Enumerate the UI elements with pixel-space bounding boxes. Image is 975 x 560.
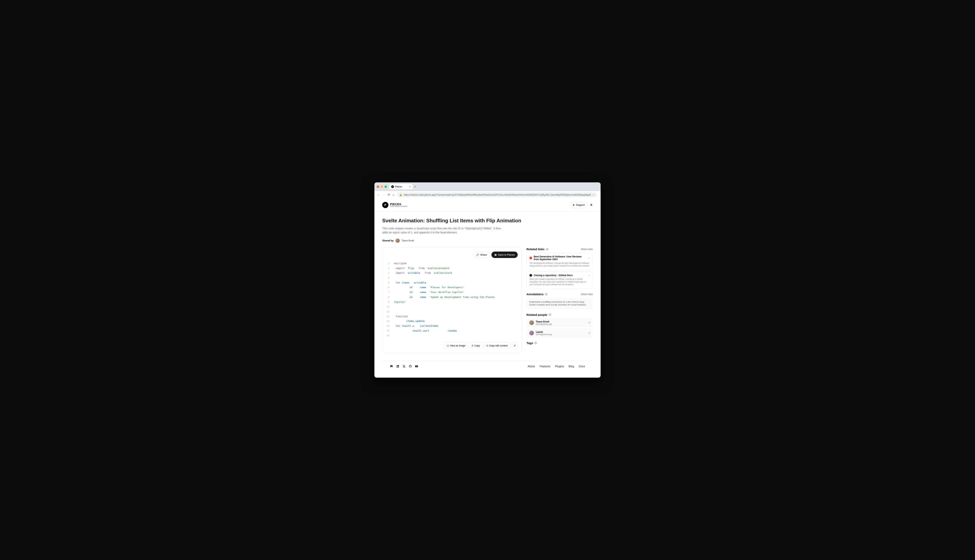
copy-context-icon: ⎘ — [487, 344, 488, 347]
link-description: Top Generative AI Software. Choose the r… — [529, 262, 590, 267]
linkedin-icon[interactable] — [396, 365, 400, 368]
logo-icon: P — [382, 202, 388, 208]
save-icon: ▣ — [494, 253, 497, 256]
line-number: 1 — [386, 261, 394, 266]
link-card[interactable]: Best Generative AI Software: User Review… — [527, 253, 593, 270]
app-header: P PIECES FOR DEVELOPERS ⊕ Support ☀ — [375, 198, 600, 212]
share-label: Share — [480, 253, 487, 256]
main: Svelte Animation: Shuffling List Items w… — [375, 212, 600, 378]
line-content: <script> — [394, 261, 406, 266]
code-line: 16 — [386, 333, 518, 338]
copy-button[interactable]: ⎘ Copy — [469, 342, 482, 349]
maximize-window-button[interactable] — [385, 185, 387, 188]
view-image-label: View as Image — [450, 344, 465, 347]
annotations-section: Annotations i Show more Implements a shu… — [527, 292, 593, 309]
info-icon[interactable]: i — [546, 248, 549, 251]
line-number: 8 — [386, 295, 394, 300]
minimize-window-button[interactable] — [381, 185, 383, 188]
browser-menu-button[interactable]: ⋮ — [599, 193, 600, 197]
link-title: Best Generative AI Software: User Review… — [534, 255, 587, 261]
social-links — [390, 365, 418, 368]
logo[interactable]: P PIECES FOR DEVELOPERS — [382, 202, 408, 208]
view-as-image-button[interactable]: ▢ View as Image — [444, 342, 468, 349]
person-email: laurin@pieces.app — [536, 333, 587, 335]
nav-reload-button[interactable]: ⟳ — [388, 193, 390, 197]
logo-title: PIECES — [390, 203, 408, 205]
external-link-icon: ↗ — [588, 274, 590, 277]
code-line: 2 import flip from 'svelte/animate' — [386, 266, 518, 271]
content-grid: 🔗 Share ▣ Save to Pieces 1<script>2 impo… — [382, 247, 593, 353]
show-more-button[interactable]: Show more — [581, 248, 593, 251]
info-icon[interactable]: i — [545, 293, 548, 296]
url-input[interactable]: 🔒 https://shared.code.pieces.app/?compre… — [397, 192, 597, 197]
shared-by-label: Shared by — [382, 239, 393, 242]
app-content: P PIECES FOR DEVELOPERS ⊕ Support ☀ Svel… — [375, 198, 600, 378]
x-twitter-icon[interactable] — [403, 365, 406, 368]
show-more-button[interactable]: Show more — [581, 293, 593, 296]
traffic-lights — [377, 185, 387, 188]
person-card: Tsavo Knott tsavo@pieces.app ⎘ — [527, 318, 593, 327]
section-title: Related people i — [527, 313, 551, 317]
expand-button[interactable]: ⤢ — [512, 342, 518, 349]
bookmark-star-icon[interactable]: ☆ — [592, 193, 595, 196]
line-number: 2 — [386, 266, 394, 271]
support-button[interactable]: ⊕ Support — [570, 202, 588, 208]
line-content: items.update — [394, 319, 425, 323]
nav-home-button[interactable]: ⌂ — [393, 193, 395, 197]
info-icon[interactable]: i — [549, 313, 551, 316]
line-number: 14 — [386, 323, 394, 328]
author-avatar — [395, 238, 400, 243]
header-right: ⊕ Support ☀ — [570, 202, 593, 208]
copy-email-button[interactable]: ⎘ — [589, 321, 590, 324]
footer: About Features Plugins Blog Docs — [382, 361, 593, 372]
github-icon[interactable] — [409, 365, 412, 368]
line-content: Copilot' — [394, 300, 406, 305]
nav-back-button[interactable]: ← — [377, 193, 380, 197]
line-content: id name 'Your Workflow Copilot' — [394, 290, 464, 295]
new-tab-button[interactable]: + — [414, 185, 416, 188]
close-window-button[interactable] — [377, 185, 379, 188]
browser-window: P Pieces × + ← → ⟳ ⌂ 🔒 https://shared.co… — [375, 182, 600, 378]
expand-icon: ⤢ — [513, 344, 516, 347]
browser-chrome: P Pieces × + ← → ⟳ ⌂ 🔒 https://shared.co… — [375, 182, 600, 198]
copy-with-context-button[interactable]: ⎘ Copy with context — [484, 342, 510, 349]
info-icon[interactable]: i — [534, 342, 537, 344]
line-content: let items writable — [394, 280, 426, 285]
link-card[interactable]: Cloning a repository - GitHub Docs ↗ Whe… — [527, 272, 593, 288]
code-card: 🔗 Share ▣ Save to Pieces 1<script>2 impo… — [382, 247, 522, 353]
titlebar: P Pieces × + — [375, 182, 600, 191]
line-number: 16 — [386, 333, 394, 338]
code-block[interactable]: 1<script>2 import flip from 'svelte/anim… — [386, 261, 518, 338]
theme-toggle-button[interactable]: ☀ — [590, 203, 593, 207]
tab-title: Pieces — [395, 185, 402, 188]
share-button[interactable]: 🔗 Share — [473, 252, 490, 258]
person-avatar — [529, 331, 534, 335]
nav-forward-button[interactable]: → — [382, 193, 385, 197]
line-content: result.sort random — [394, 328, 457, 333]
line-number: 6 — [386, 285, 394, 290]
footer-link-about[interactable]: About — [528, 365, 535, 368]
tags-title: Tags — [527, 342, 533, 345]
annotations-title: Annotations — [527, 292, 544, 296]
section-header: Related links i Show more — [527, 247, 593, 251]
footer-link-docs[interactable]: Docs — [579, 365, 585, 368]
discord-icon[interactable] — [390, 365, 393, 368]
code-line: 4 — [386, 275, 518, 280]
line-number: 10 — [386, 304, 394, 309]
person-email: tsavo@pieces.app — [536, 323, 587, 325]
copy-email-button[interactable]: ⎘ — [589, 332, 590, 334]
line-number: 4 — [386, 275, 394, 280]
image-icon: ▢ — [447, 344, 449, 347]
g2-favicon — [529, 257, 532, 259]
code-line: 6 id name 'Pieces for Developers' — [386, 285, 518, 290]
code-line: 9Copilot' — [386, 300, 518, 305]
footer-link-plugins[interactable]: Plugins — [555, 365, 564, 368]
footer-link-blog[interactable]: Blog — [569, 365, 574, 368]
help-icon: ⊕ — [572, 203, 575, 207]
footer-link-features[interactable]: Features — [540, 365, 550, 368]
browser-tab[interactable]: P Pieces × — [389, 184, 413, 189]
save-to-pieces-button[interactable]: ▣ Save to Pieces — [492, 252, 518, 258]
youtube-icon[interactable] — [415, 365, 418, 368]
line-number: 5 — [386, 280, 394, 285]
tab-close-icon[interactable]: × — [409, 185, 411, 188]
